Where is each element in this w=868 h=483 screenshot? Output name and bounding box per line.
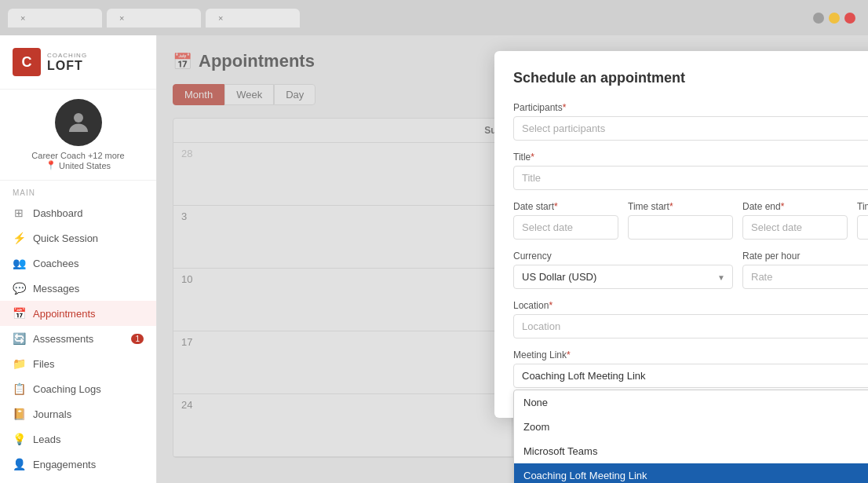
tab-2-close[interactable]: × bbox=[119, 13, 124, 23]
journals-icon: 📔 bbox=[13, 408, 25, 420]
location-input[interactable] bbox=[513, 314, 868, 338]
nav-section-label: MAIN bbox=[0, 181, 156, 200]
time-end-group: Time end* bbox=[857, 201, 868, 240]
browser-tab-3[interactable]: × bbox=[206, 9, 300, 27]
sidebar-item-quick-session[interactable]: ⚡ Quick Session bbox=[0, 225, 156, 251]
maximize-button[interactable] bbox=[829, 13, 840, 24]
sidebar-item-appointments[interactable]: 📅 Appointments bbox=[0, 301, 156, 326]
avatar bbox=[55, 99, 102, 146]
currency-rate-row: Currency US Dollar (USD) Rate per hour bbox=[513, 251, 868, 300]
sidebar: C COACHING LOFT Career Coach +12 more 📍 … bbox=[0, 35, 157, 483]
sidebar-item-files[interactable]: 📁 Files bbox=[0, 351, 156, 376]
sidebar-item-label: Leads bbox=[33, 434, 60, 445]
modal-title: Schedule an appointment bbox=[513, 70, 685, 86]
app-container: C COACHING LOFT Career Coach +12 more 📍 … bbox=[0, 35, 868, 483]
sidebar-item-label: Quick Session bbox=[33, 232, 98, 244]
date-start-input[interactable] bbox=[513, 215, 618, 240]
svg-point-0 bbox=[74, 113, 83, 123]
rate-label: Rate per hour bbox=[742, 251, 868, 262]
title-input[interactable] bbox=[513, 166, 868, 190]
location-label: Location* bbox=[513, 300, 868, 311]
browser-bar: × × × bbox=[0, 0, 868, 35]
user-role: Career Coach +12 more bbox=[31, 151, 124, 160]
location-field-group: Location* bbox=[513, 300, 868, 338]
sidebar-item-label: Dashboard bbox=[33, 207, 83, 219]
sidebar-item-dashboard[interactable]: ⊞ Dashboard bbox=[0, 200, 156, 225]
sidebar-item-label: Messages bbox=[33, 283, 79, 295]
dropdown-option-none[interactable]: None bbox=[514, 390, 868, 415]
sidebar-item-inquiries[interactable]: 💭 Inquiries bbox=[0, 477, 156, 483]
currency-select[interactable]: US Dollar (USD) bbox=[513, 265, 733, 289]
currency-select-wrapper: US Dollar (USD) bbox=[513, 265, 733, 289]
schedule-appointment-modal: Schedule an appointment × Participants* … bbox=[494, 51, 868, 418]
currency-group: Currency US Dollar (USD) bbox=[513, 251, 733, 289]
dropdown-option-teams[interactable]: Microsoft Teams bbox=[514, 439, 868, 463]
time-end-input[interactable] bbox=[857, 215, 868, 240]
minimize-button[interactable] bbox=[813, 13, 824, 24]
browser-tab-1[interactable]: × bbox=[8, 9, 102, 27]
sidebar-item-journals[interactable]: 📔 Journals bbox=[0, 401, 156, 426]
quick-session-icon: ⚡ bbox=[13, 232, 25, 244]
sidebar-item-coaching-logs[interactable]: 📋 Coaching Logs bbox=[0, 376, 156, 401]
close-button[interactable] bbox=[844, 13, 855, 24]
files-icon: 📁 bbox=[13, 357, 25, 370]
rate-group: Rate per hour bbox=[742, 251, 868, 289]
sidebar-item-messages[interactable]: 💬 Messages bbox=[0, 276, 156, 301]
sidebar-item-leads[interactable]: 💡 Leads bbox=[0, 426, 156, 452]
participants-field-group: Participants* bbox=[513, 102, 868, 141]
meeting-link-label: Meeting Link* bbox=[513, 349, 868, 360]
user-avatar-icon bbox=[64, 108, 93, 137]
logo-icon: C bbox=[13, 48, 41, 76]
coachees-icon: 👥 bbox=[13, 257, 25, 269]
logo-text: COACHING LOFT bbox=[47, 52, 87, 73]
assessments-badge: 1 bbox=[131, 334, 144, 344]
time-start-label: Time start* bbox=[628, 201, 733, 212]
sidebar-item-label: Files bbox=[33, 358, 54, 370]
location-pin-icon: 📍 bbox=[46, 160, 57, 170]
time-start-input[interactable] bbox=[628, 215, 733, 240]
sidebar-item-coachees[interactable]: 👥 Coachees bbox=[0, 251, 156, 276]
modal-header: Schedule an appointment × bbox=[513, 70, 868, 86]
dropdown-option-zoom[interactable]: Zoom bbox=[514, 415, 868, 439]
sidebar-item-assessments[interactable]: 🔄 Assessments 1 bbox=[0, 326, 156, 351]
tab-3-close[interactable]: × bbox=[218, 13, 223, 23]
currency-label: Currency bbox=[513, 251, 733, 262]
sidebar-item-label: Assessments bbox=[33, 333, 93, 345]
tab-1-close[interactable]: × bbox=[20, 13, 25, 23]
sidebar-item-label: Coachees bbox=[33, 258, 79, 269]
time-end-label: Time end* bbox=[857, 201, 868, 212]
messages-icon: 💬 bbox=[13, 282, 25, 295]
date-end-group: Date end* bbox=[742, 201, 848, 240]
meeting-link-dropdown: None Zoom Microsoft Teams Coaching Loft … bbox=[513, 390, 868, 483]
datetime-row: Date start* Time start* Date end* bbox=[513, 201, 868, 251]
engagements-icon: 👤 bbox=[13, 458, 25, 470]
appointments-icon: 📅 bbox=[13, 307, 25, 320]
user-section: Career Coach +12 more 📍 United States bbox=[0, 90, 156, 181]
sidebar-item-label: Engagements bbox=[33, 459, 96, 470]
sidebar-item-engagements[interactable]: 👤 Engagements bbox=[0, 452, 156, 477]
title-field-group: Title* bbox=[513, 152, 868, 190]
assessments-icon: 🔄 bbox=[13, 332, 25, 345]
rate-input[interactable] bbox=[742, 265, 868, 289]
sidebar-item-label: Appointments bbox=[33, 308, 96, 320]
meeting-link-group: Meeting Link* Coaching Loft Meeting Link… bbox=[513, 349, 868, 388]
dropdown-option-coaching-loft[interactable]: Coaching Loft Meeting Link bbox=[514, 463, 868, 483]
title-label: Title* bbox=[513, 152, 868, 163]
date-end-label: Date end* bbox=[742, 201, 848, 212]
participants-label: Participants* bbox=[513, 102, 868, 113]
date-start-label: Date start* bbox=[513, 201, 618, 212]
participants-input[interactable] bbox=[513, 116, 868, 141]
meeting-link-select[interactable]: Coaching Loft Meeting Link bbox=[513, 364, 868, 388]
dashboard-icon: ⊞ bbox=[13, 207, 25, 219]
sidebar-item-label: Journals bbox=[33, 408, 71, 420]
date-end-input[interactable] bbox=[742, 215, 848, 240]
date-start-group: Date start* bbox=[513, 201, 618, 240]
meeting-link-select-wrapper: Coaching Loft Meeting Link None Zoom Mic… bbox=[513, 364, 868, 388]
logo-area: C COACHING LOFT bbox=[0, 35, 156, 90]
sidebar-item-label: Coaching Logs bbox=[33, 383, 101, 395]
window-controls bbox=[813, 13, 855, 24]
browser-tab-2[interactable]: × bbox=[107, 9, 201, 27]
time-start-group: Time start* bbox=[628, 201, 733, 240]
coaching-logs-icon: 📋 bbox=[13, 382, 25, 395]
leads-icon: 💡 bbox=[13, 433, 25, 445]
